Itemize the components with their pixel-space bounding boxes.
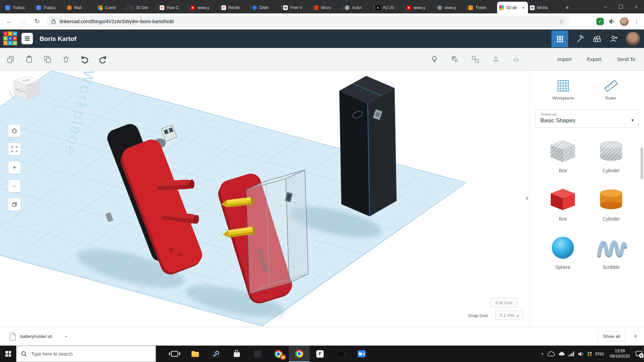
browser-tab[interactable]: M Recibi: [219, 2, 250, 13]
browser-tab[interactable]: ▶ www.y: [189, 2, 219, 13]
address-bar[interactable]: tinkercad.com/things/4V2zArSWy9m-boris-k…: [46, 16, 569, 27]
browser-tab[interactable]: Traduc: [34, 2, 65, 13]
game-app-button[interactable]: [247, 346, 268, 362]
back-button[interactable]: ←: [5, 18, 13, 25]
browser-tab[interactable]: M How C: [158, 2, 189, 13]
shape-sphere[interactable]: Sphere: [543, 234, 582, 270]
duplicate-icon[interactable]: [43, 55, 52, 64]
shape-box-red[interactable]: Box: [543, 185, 582, 222]
chrome-active-button[interactable]: [289, 346, 310, 362]
filmora-button[interactable]: F: [310, 346, 330, 362]
tinkercad-logo[interactable]: TINKERCAD: [3, 32, 18, 46]
fit-view-button[interactable]: [8, 143, 21, 156]
scene-canvas[interactable]: Workplane: [0, 71, 530, 327]
perspective-toggle-button[interactable]: [8, 198, 21, 211]
bookmark-star-icon[interactable]: ☆: [559, 16, 564, 27]
store-button[interactable]: [226, 346, 247, 362]
viewport-3d[interactable]: Workplane: [0, 71, 530, 327]
ruler-tool[interactable]: Ruler: [587, 79, 635, 101]
browser-tab[interactable]: Onlin: [250, 2, 281, 13]
import-button[interactable]: Import: [557, 56, 572, 62]
workplane-tool[interactable]: Workplane: [539, 79, 587, 101]
undo-icon[interactable]: [80, 55, 89, 64]
tab-close-icon[interactable]: ×: [521, 5, 526, 10]
extension-check-icon[interactable]: ✓: [596, 18, 604, 25]
steam-button[interactable]: [206, 346, 226, 362]
file-explorer-button[interactable]: [185, 346, 206, 362]
mirror-icon[interactable]: [512, 55, 521, 64]
cloud-filled-icon[interactable]: [558, 351, 565, 356]
browser-tab[interactable]: ▶ www.y: [405, 2, 435, 13]
shape-cylinder-orange[interactable]: Cylinder: [592, 185, 631, 222]
browser-tab[interactable]: 3D de ×: [497, 2, 528, 13]
zoom-in-button[interactable]: +: [8, 161, 21, 174]
download-item[interactable]: batteryholder.stl ›: [9, 327, 67, 346]
show-all-bulb-icon[interactable]: [430, 55, 439, 64]
shape-cylinder-striped[interactable]: Cylinder: [592, 137, 631, 173]
invite-person-icon[interactable]: [609, 34, 619, 44]
search-input[interactable]: [31, 351, 143, 357]
task-view-button[interactable]: [164, 346, 185, 362]
browser-menu-icon[interactable]: ⋮: [634, 18, 639, 25]
export-button[interactable]: Export: [587, 56, 601, 62]
structures-icon[interactable]: [592, 34, 602, 44]
action-center-button[interactable]: 5: [636, 351, 642, 357]
extensions-puzzle-icon[interactable]: [609, 18, 615, 24]
align-icon[interactable]: [491, 55, 500, 64]
delete-icon[interactable]: [61, 55, 70, 64]
video-call-button[interactable]: [351, 346, 372, 362]
show-all-downloads-button[interactable]: Show all: [597, 331, 626, 342]
browser-tab[interactable]: Tinker: [466, 2, 497, 13]
object-black-box[interactable]: [339, 76, 396, 216]
new-tab-button[interactable]: +: [563, 3, 572, 12]
forward-button[interactable]: →: [19, 18, 28, 25]
cloud-outline-icon[interactable]: [547, 351, 555, 357]
browser-tab[interactable]: A AU 20: [374, 2, 405, 13]
browser-tab[interactable]: www.y: [435, 2, 466, 13]
design-title[interactable]: Boris Kartof: [40, 29, 76, 48]
shape-scribble[interactable]: Scribble: [592, 234, 631, 270]
edit-grid-button[interactable]: Edit Grid: [490, 298, 518, 307]
ungroup-icon[interactable]: [471, 55, 480, 64]
tray-expand-chevron-icon[interactable]: ∧: [541, 352, 544, 356]
taskbar-clock[interactable]: 13:59 09/10/2020: [608, 349, 632, 359]
minimize-button[interactable]: ─: [598, 0, 613, 13]
apps-grid-button[interactable]: [551, 31, 568, 47]
minecraft-pickaxe-icon[interactable]: [576, 34, 585, 44]
group-icon[interactable]: [450, 55, 459, 64]
copy-icon[interactable]: [6, 55, 15, 64]
browser-tab[interactable]: Micro: [312, 2, 343, 13]
user-avatar[interactable]: [626, 32, 640, 46]
network-signal-icon[interactable]: [569, 352, 574, 356]
download-menu-chevron-icon[interactable]: ›: [62, 336, 69, 338]
close-window-button[interactable]: ×: [629, 0, 644, 13]
show-desktop-strip[interactable]: [643, 348, 644, 360]
redo-icon[interactable]: [98, 55, 107, 64]
browser-tab[interactable]: Mail -: [65, 2, 96, 13]
maximize-button[interactable]: [613, 0, 629, 13]
home-view-button[interactable]: [8, 124, 21, 137]
color-app-icon[interactable]: [588, 352, 592, 356]
shape-box-striped[interactable]: Box: [543, 137, 582, 173]
browser-tab[interactable]: Activi: [343, 2, 374, 13]
zoom-out-button[interactable]: −: [8, 180, 21, 192]
download-bar-close-icon[interactable]: ×: [634, 333, 637, 340]
lock-icon[interactable]: [51, 19, 56, 25]
design-menu-button[interactable]: [21, 33, 33, 44]
taskbar-search[interactable]: [16, 346, 156, 362]
shape-category-dropdown[interactable]: Tinkercad Basic Shapes ▾: [535, 109, 639, 128]
volume-icon[interactable]: [578, 351, 584, 357]
panel-collapse-chevron[interactable]: ›: [524, 191, 530, 205]
chrome-button[interactable]: 30: [268, 346, 289, 362]
url-text[interactable]: tinkercad.com/things/4V2zArSWy9m-boris-k…: [60, 16, 174, 27]
browser-tab[interactable]: Traduc: [3, 2, 34, 13]
language-indicator[interactable]: ENG: [595, 352, 604, 356]
send-to-button[interactable]: Send To: [617, 56, 635, 62]
profile-avatar[interactable]: [620, 17, 629, 26]
browser-tab[interactable]: W Micha: [528, 2, 559, 13]
browser-tab[interactable]: 30 Gre: [127, 2, 158, 13]
paste-icon[interactable]: [24, 55, 34, 64]
start-button[interactable]: [0, 346, 16, 362]
browser-tab[interactable]: W Free V: [281, 2, 312, 13]
dark-app-button[interactable]: [330, 346, 351, 362]
